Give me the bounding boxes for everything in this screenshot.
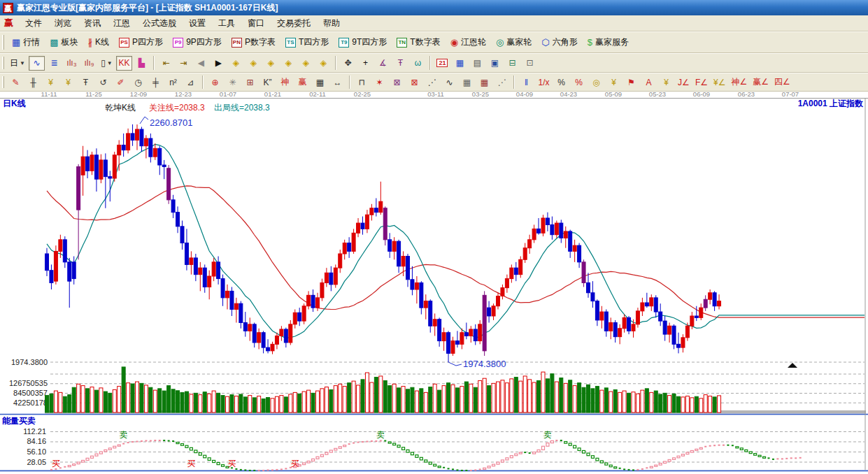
shift-right-button[interactable]: ◈ (246, 56, 262, 71)
gann-wheel-button[interactable]: ◉江恩轮 (446, 35, 491, 50)
trend-curve-toggle[interactable]: ∿ (29, 56, 45, 71)
gold-circle-tool[interactable]: ◎ (588, 75, 604, 89)
p-number-table-button[interactable]: PNP数字表 (227, 35, 280, 50)
menu-formula-stockpick[interactable]: 公式选股 (136, 16, 183, 30)
time-ruler-tool[interactable]: ╫ (25, 75, 41, 89)
menu-window[interactable]: 窗口 (241, 16, 271, 30)
sectors-button[interactable]: ▩板块 (45, 35, 83, 50)
chart-region[interactable]: 11-1111-2512-0912-2301-0701-2102-1102-25… (0, 92, 868, 474)
time-cycle-tool[interactable]: ◷ (130, 75, 146, 89)
gold-angle-tool[interactable]: ¥∠ (711, 75, 727, 89)
cycle-cloud-tool[interactable]: ω (410, 56, 426, 71)
kline-chart[interactable]: 11-1111-2512-0912-2301-0701-2102-1102-25… (0, 92, 868, 474)
bars-3-view-button[interactable]: ılı₃ (64, 56, 80, 71)
menu-tools[interactable]: 工具 (212, 16, 241, 30)
grid-123-tool[interactable]: ▦ (312, 75, 328, 89)
paint-brush-tool[interactable]: ✎ (8, 75, 24, 89)
f-angle-tool[interactable]: F∠ (693, 75, 710, 89)
brush-2-tool[interactable]: ✐ (113, 75, 129, 89)
f-ruler-tool[interactable]: Ŧ (78, 75, 94, 89)
t-number-table-button[interactable]: TNT数字表 (392, 35, 445, 50)
nine-p-square-button[interactable]: P99P四方形 (168, 35, 227, 50)
n-square-tool[interactable]: n² (165, 75, 181, 89)
ying-tool[interactable]: 赢 (294, 75, 311, 89)
golden-ruler-2-tool[interactable]: ¥ (60, 75, 76, 89)
target-circle-tool[interactable]: ⊕ (207, 75, 223, 89)
volume-profile-button[interactable]: ▙ (134, 56, 150, 71)
zoom-out-x-button[interactable]: ◈ (263, 56, 279, 71)
four-angle-tool[interactable]: 四∠ (772, 75, 792, 89)
menu-settings[interactable]: 设置 (183, 16, 212, 30)
angle-line-tool[interactable]: ⊿ (183, 75, 199, 89)
network-button[interactable]: ⊟ (504, 56, 520, 71)
ying-angle-tool[interactable]: 赢∠ (750, 75, 771, 89)
shen-angle-tool[interactable]: 神∠ (730, 75, 750, 89)
zigzag-wave-tool[interactable]: ∿ (441, 75, 457, 89)
nine-t-square-button[interactable]: T99T四方形 (334, 35, 392, 50)
comb-ruler-tool[interactable]: ╪ (148, 75, 164, 89)
trend-lines-tool[interactable]: ⋰ (424, 75, 440, 89)
j-angle-tool[interactable]: J∠ (676, 75, 692, 89)
k-quote-tool[interactable]: K” (259, 75, 276, 89)
calculator-button[interactable]: ▦ (452, 56, 468, 71)
gann-tool-purple[interactable]: Ŧ (392, 56, 408, 71)
save-button[interactable]: ▣ (487, 56, 503, 71)
golden-ruler-1-tool[interactable]: ¥ (43, 75, 59, 89)
quotes-button[interactable]: ▦行情 (7, 35, 45, 50)
period-day-selector[interactable]: 日▼ (8, 56, 27, 71)
box-diagonal-purple-tool[interactable]: ⊠ (389, 75, 405, 89)
goto-last-button[interactable]: ⇥ (176, 56, 192, 71)
pan-hand-tool[interactable]: ✥ (340, 56, 356, 71)
blue-histogram-tool[interactable]: ‖ (518, 75, 534, 89)
remote-pc-button[interactable]: ⊡ (522, 56, 538, 71)
hexagon-button[interactable]: ⬡六角形 (536, 35, 582, 50)
t-square-button[interactable]: TST四方形 (280, 35, 334, 50)
span-measure-tool[interactable]: ↔ (329, 75, 346, 89)
menu-file[interactable]: 文件 (19, 16, 48, 30)
winner-service-button[interactable]: $赢家服务 (583, 35, 634, 50)
menu-gann[interactable]: 江恩 (107, 16, 136, 30)
box-frame-tool[interactable]: ⊓ (354, 75, 370, 89)
nine-p-square-button-label: 9P四方形 (186, 36, 222, 48)
shift-left-button[interactable]: ◈ (228, 56, 244, 71)
bars-9-view-button[interactable]: ılı₉ (81, 56, 97, 71)
star-grid-tool[interactable]: ✳ (225, 75, 241, 89)
menu-browse[interactable]: 浏览 (48, 16, 78, 30)
gold-underline-tool[interactable]: ¥ (658, 75, 674, 89)
price-grid-tool[interactable]: ⊞ (242, 75, 258, 89)
angle-measure-tool[interactable]: ∡ (375, 56, 391, 71)
step-forward-button[interactable]: ▶ (211, 56, 227, 71)
a-wave-tool[interactable]: A (641, 75, 657, 89)
step-back-button[interactable]: ◀ (193, 56, 209, 71)
p-square-button[interactable]: PSP四方形 (114, 35, 168, 50)
menu-news[interactable]: 资讯 (78, 16, 107, 30)
ray-fan-tool[interactable]: ✶ (371, 75, 387, 89)
box-diagonal-red-tool[interactable]: ⊠ (406, 75, 422, 89)
info-panel-button[interactable]: ≣ (46, 56, 62, 71)
shen-tool[interactable]: 神 (277, 75, 293, 89)
kline-button[interactable]: ∦K线 (83, 35, 115, 50)
calendar-button[interactable]: 21 (434, 56, 450, 71)
grid-dense-red-tool[interactable]: ▦ (476, 75, 492, 89)
reciprocal-percent-tool[interactable]: 1/x (536, 75, 552, 89)
menu-help[interactable]: 帮助 (317, 16, 346, 30)
flag-tool[interactable]: ⚑ (623, 75, 639, 89)
percent-tool[interactable]: % (553, 75, 569, 89)
title-bar[interactable]: 赢 赢家江恩专业版[赢家内部服务平台] - [上证指数 SH1A0001-167… (0, 0, 868, 15)
goto-first-button[interactable]: ⇤ (158, 56, 174, 71)
qiankun-kline-toggle[interactable]: KK (116, 56, 132, 71)
zoom-in-x-button[interactable]: ◈ (280, 56, 297, 71)
gold-level-tool[interactable]: ¥ (606, 75, 622, 89)
spiral-tool[interactable]: ↺ (95, 75, 111, 89)
percent-50-tool[interactable]: % (571, 75, 587, 89)
notepad-button[interactable]: ▤ (469, 56, 485, 71)
fit-all-button[interactable]: ◈ (315, 56, 332, 71)
winner-wheel-button[interactable]: ◎赢家轮 (491, 35, 536, 50)
notepad-button-icon: ▤ (474, 58, 481, 68)
menu-trade[interactable]: 交易委托 (271, 16, 317, 30)
grid-dense-tool[interactable]: ▦ (459, 75, 475, 89)
parallel-lines-tool[interactable]: ⋰ (494, 75, 510, 89)
crosshair-tool[interactable]: + (357, 56, 373, 71)
candle-style-selector[interactable]: ▯▼ (99, 56, 115, 71)
zoom-y-button[interactable]: ◈ (298, 56, 314, 71)
